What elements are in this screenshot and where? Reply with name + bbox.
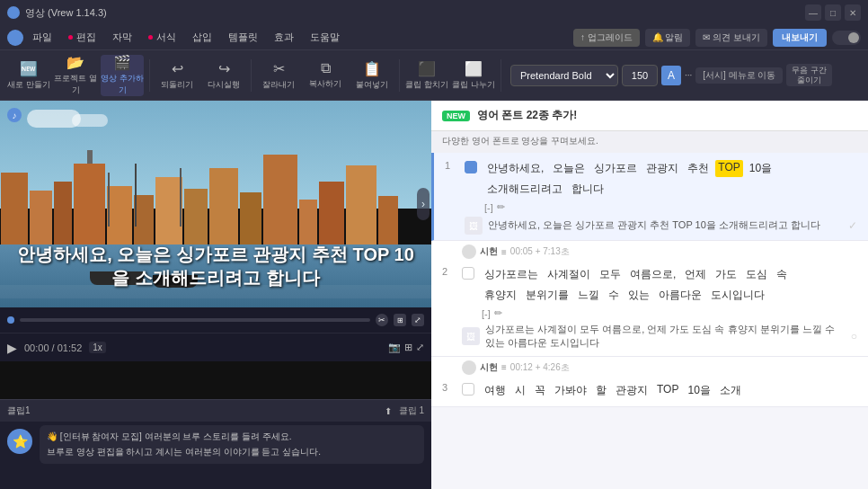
sub-1-checkbox[interactable] [465, 161, 477, 173]
subtitle-item-1: 1 안녕하세요, 오늘은 싱가포르 관광지 추천 TOP 10을 [431, 153, 868, 241]
music-indicator: ♪ [7, 108, 22, 122]
speaker-check-2: ○ [851, 330, 857, 342]
font-size-input[interactable] [622, 65, 658, 86]
clip-content: ⭐ 👋 [인터뷰 참여자 모집] 여러분의 브루 스토리를 들려 주세요. 브루… [0, 422, 431, 467]
menu-effect[interactable]: 효과 [267, 29, 301, 46]
maximize-button[interactable]: □ [825, 4, 841, 21]
cut-icon: ✂ [273, 60, 285, 77]
format-dot [148, 35, 153, 40]
separator-3 [399, 59, 400, 92]
grid-view-icon[interactable]: ⊞ [404, 342, 412, 353]
spire [87, 150, 93, 164]
more-options-button[interactable]: ··· [685, 70, 692, 80]
silence-reduce-button[interactable]: 무음 구간줄이기 [786, 64, 832, 87]
scene-nav-button[interactable]: [서시] 메뉴로 이동 [695, 67, 783, 84]
word-1-4: 관광지 [643, 160, 681, 177]
add-video-button[interactable]: 🎬 영상 추가하기 [101, 55, 144, 96]
progress-bar[interactable] [20, 318, 370, 322]
speaker-text-2: 싱가포르는 사계절이 모두 여름으로, 언제 가도 도심 속 휴양지 분위기를 … [485, 323, 846, 351]
sub-3-checkbox[interactable] [462, 383, 474, 396]
minimize-button[interactable]: — [805, 4, 821, 21]
menu-help[interactable]: 도움말 [303, 29, 347, 46]
video-frame: 안녕하세요, 오늘은 싱가포르 관광지 추천 TOP 10을 소개해드리려고 합… [0, 101, 431, 307]
camera-icon[interactable]: 📷 [388, 342, 401, 353]
redo-label: 다시실행 [208, 79, 240, 91]
menu-format[interactable]: 서식 [141, 29, 183, 46]
sub-2-edit-row: [-] ✏ [482, 307, 857, 319]
feedback-button[interactable]: ✉ 의견 보내기 [695, 29, 767, 47]
sub-1-content: 안녕하세요, 오늘은 싱가포르 관광지 추천 TOP 10을 소개해드리려고 합… [484, 160, 857, 213]
crop-icon[interactable]: ✂ [376, 314, 388, 326]
sub-3-words: 여행 시 꼭 가봐야 할 관광지 TOP 10을 소개 [482, 382, 857, 399]
share-icon[interactable]: ⬆ [385, 406, 392, 416]
video-scroll-right[interactable]: › [417, 188, 430, 220]
undo-button[interactable]: ↩ 되돌리기 [155, 55, 199, 96]
speed-button[interactable]: 1x [89, 342, 106, 353]
menu-file[interactable]: 파일 [25, 29, 59, 46]
upgrade-button[interactable]: ↑ 업그레이드 [573, 29, 640, 47]
menu-edit[interactable]: 편집 [61, 29, 103, 46]
subtitle-list: 1 안녕하세요, 오늘은 싱가포르 관광지 추천 TOP 10을 [431, 153, 868, 489]
word-2-15: 도시입니다 [708, 287, 767, 304]
mast-2 [135, 164, 137, 227]
paste-button[interactable]: 📋 붙여넣기 [350, 55, 394, 96]
open-icon: 📂 [66, 54, 84, 71]
expand-icon[interactable]: ⤢ [416, 342, 424, 353]
export-button[interactable]: 내보내기 [773, 29, 827, 47]
font-color-button[interactable]: A [661, 66, 681, 85]
building-1 [1, 173, 28, 253]
mast-3 [180, 168, 182, 227]
subtitle-1-header: 1 안녕하세요, 오늘은 싱가포르 관광지 추천 TOP 10을 [434, 153, 868, 217]
new-badge: NEW [442, 111, 470, 121]
font-selector[interactable]: Pretendard Bold [510, 65, 618, 86]
subtitle-3-header: 3 여행 시 꼭 가봐야 할 관광지 TOP 10을 소개 [431, 375, 868, 406]
grid-icon[interactable]: ⊞ [394, 314, 406, 326]
promo-desc: 다양한 영어 폰트로 영상을 꾸며보세요. [431, 131, 868, 153]
video-panel: 안녕하세요, 오늘은 싱가포르 관광지 추천 TOP 10을 소개해드리려고 합… [0, 101, 431, 489]
open-project-button[interactable]: 📂 프로젝트 열기 [54, 55, 97, 96]
sub-1-words: 안녕하세요, 오늘은 싱가포르 관광지 추천 TOP 10을 [484, 160, 857, 177]
dark-mode-toggle[interactable] [832, 31, 861, 45]
progress-handle[interactable] [7, 316, 14, 324]
sub-2-edit-icon[interactable]: ✏ [494, 307, 502, 319]
separator-1 [149, 59, 150, 92]
clip-panel: 클립1 ⬆ 클립 1 ⭐ 👋 [인터뷰 참여자 모집] 여러분의 브루 스토리를… [0, 399, 431, 489]
fullscreen-icon[interactable]: ⤢ [412, 314, 424, 326]
building-4 [74, 164, 105, 253]
menu-template[interactable]: 템플릿 [221, 29, 265, 46]
speaker-text-1: 안녕하세요, 오늘은 싱가포르 관광지 추천 TOP 10을 소개해드리려고 합… [488, 218, 843, 232]
word-3-1: 여행 [482, 382, 509, 399]
new-file-button[interactable]: 🆕 새로 만들기 [7, 55, 50, 96]
sub-1-edit-icon[interactable]: ✏ [497, 201, 505, 213]
alarm-button[interactable]: 🔔 알림 [645, 29, 691, 47]
new-file-label: 새로 만들기 [7, 79, 50, 91]
building-9 [209, 168, 238, 253]
close-button[interactable]: ✕ [845, 4, 861, 21]
menu-insert[interactable]: 삽입 [185, 29, 219, 46]
word-3-8: 10을 [685, 382, 713, 399]
merge-icon: ⬛ [418, 60, 436, 77]
word-1-1: 안녕하세요, [484, 160, 546, 177]
sub-3-content: 여행 시 꼭 가봐야 할 관광지 TOP 10을 소개 [482, 382, 857, 403]
word-2-14: 아름다운 [656, 287, 704, 304]
word-3-9: 소개 [717, 382, 744, 399]
sub-2-checkbox[interactable] [462, 267, 474, 280]
paste-icon: 📋 [363, 60, 381, 77]
merge-clip-button[interactable]: ⬛ 클립 합치기 [405, 55, 448, 96]
building-11 [263, 155, 297, 253]
sub-2-words2: 휴양지 분위기를 느낄 수 있는 아름다운 도시입니다 [482, 287, 857, 304]
sub-3-number: 3 [442, 382, 455, 393]
play-button[interactable]: ▶ [7, 341, 17, 355]
sub-2-brackets: [-] [482, 308, 491, 319]
redo-button[interactable]: ↪ 다시실행 [202, 55, 245, 96]
copy-button[interactable]: ⧉ 복사하기 [304, 55, 347, 96]
split-clip-button[interactable]: ⬜ 클립 나누기 [452, 55, 495, 96]
controls-bar: ▶ 00:00 / 01:52 1x 📷 ⊞ ⤢ [0, 333, 431, 361]
sub-2-speaker: 🖼 싱가포르는 사계절이 모두 여름으로, 언제 가도 도심 속 휴양지 분위기… [431, 323, 868, 356]
word-3-4: 가봐야 [552, 382, 589, 399]
subtitle-panel: NEW 영어 폰트 22종 추가! 다양한 영어 폰트로 영상을 꾸며보세요. … [431, 101, 868, 489]
menu-subtitle[interactable]: 자막 [105, 29, 139, 46]
ai-chat-message: 👋 [인터뷰 참여자 모집] 여러분의 브루 스토리를 들려 주세요. 브루로 … [40, 425, 424, 464]
word-2-6: 가도 [713, 266, 740, 283]
cut-button[interactable]: ✂ 잘라내기 [257, 55, 300, 96]
